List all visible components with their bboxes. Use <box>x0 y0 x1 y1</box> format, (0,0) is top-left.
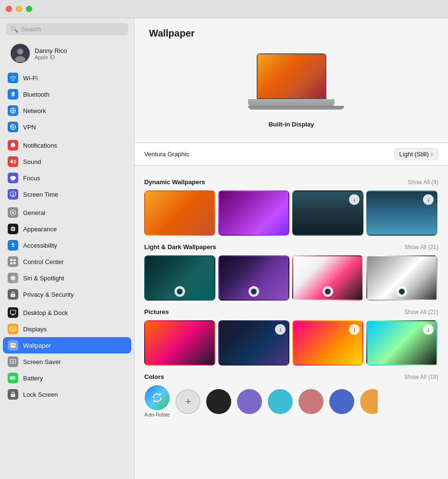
color-item-0[interactable] <box>206 389 231 414</box>
ld-grid: 🌑 🌑 🌑 🌑 <box>144 255 438 301</box>
sidebar-item-sound[interactable]: Sound <box>3 153 131 170</box>
sidebar-item-screentime[interactable]: Screen Time <box>3 186 131 202</box>
color-circle-purple[interactable] <box>237 389 262 414</box>
dl-badge-p2: ↓ <box>275 324 286 335</box>
sidebar-item-controlcenter[interactable]: Control Center <box>3 253 131 270</box>
sidebar-item-displays[interactable]: Displays <box>3 321 131 337</box>
laptop-screen <box>257 53 326 99</box>
svg-point-19 <box>12 328 14 330</box>
color-item-4[interactable] <box>329 389 354 414</box>
lockscreen-icon <box>8 389 18 400</box>
sidebar-item-privacy[interactable]: Privacy & Security <box>3 286 131 303</box>
ld-thumb-1[interactable]: 🌑 <box>144 255 215 301</box>
dynamic-thumb-1[interactable] <box>144 190 215 236</box>
add-color-item[interactable]: + <box>175 389 200 414</box>
pictures-thumb-3[interactable]: ↓ <box>292 320 363 366</box>
auto-rotate-item[interactable]: Auto-Rotate <box>144 385 170 417</box>
sidebar-item-label-siri: Siri & Spotlight <box>23 275 64 282</box>
dynamic-grid: ↓ ↓ <box>144 190 438 236</box>
ld-thumb-2[interactable]: 🌑 <box>218 255 289 301</box>
pictures-thumb-2[interactable]: ↓ <box>218 320 289 366</box>
mode-badge-3: 🌑 <box>323 286 333 297</box>
search-bar[interactable]: 🔍 <box>6 23 128 35</box>
user-profile[interactable]: Danny Rico Apple ID <box>3 39 131 68</box>
search-input[interactable] <box>21 25 124 33</box>
colors-title: Colors <box>144 373 164 380</box>
add-color-button[interactable]: + <box>175 389 200 414</box>
siri-icon <box>8 273 18 283</box>
sidebar-item-battery[interactable]: Battery <box>3 370 131 386</box>
page-title: Wallpaper <box>149 28 434 39</box>
controlcenter-icon <box>8 256 18 267</box>
notifications-icon <box>8 140 18 151</box>
dynamic-show-all[interactable]: Show All (9) <box>408 179 438 186</box>
sidebar-item-label-general: General <box>23 209 45 216</box>
display-preview: Built-in Display <box>135 44 448 142</box>
sidebar-item-notifications[interactable]: Notifications <box>3 137 131 153</box>
pictures-show-all[interactable]: Show All (21) <box>404 309 438 315</box>
ld-thumb-4[interactable]: 🌑 <box>366 255 437 301</box>
network-icon <box>8 105 18 116</box>
colors-show-all[interactable]: Show All (19) <box>404 374 438 380</box>
sidebar-item-label-privacy: Privacy & Security <box>23 291 74 298</box>
sidebar-item-label-notifications: Notifications <box>23 142 57 149</box>
appearance-icon <box>8 224 18 234</box>
pictures-thumb-4[interactable]: ↓ <box>366 320 437 366</box>
pictures-grid: ↓ ↓ ↓ <box>144 320 438 366</box>
selector-bar: Ventura Graphic Light (Still) ↕ <box>135 143 448 165</box>
ld-thumb-3[interactable]: 🌑 <box>292 255 363 301</box>
dynamic-thumb-2[interactable] <box>218 190 289 236</box>
sidebar-item-label-vpn: VPN <box>23 124 36 131</box>
svg-point-16 <box>12 295 13 296</box>
pictures-thumb-1[interactable] <box>144 320 215 366</box>
color-item-2[interactable] <box>268 389 293 414</box>
sidebar-item-focus[interactable]: Focus <box>3 170 131 186</box>
dynamic-thumb-4[interactable]: ↓ <box>366 190 437 236</box>
color-circle-black[interactable] <box>206 389 231 414</box>
sidebar: 🔍 Danny Rico Apple ID <box>0 18 135 479</box>
sidebar-item-label-focus: Focus <box>23 175 40 182</box>
sidebar-item-lockscreen[interactable]: Lock Screen <box>3 386 131 403</box>
sidebar-item-appearance[interactable]: Appearance <box>3 221 131 237</box>
colors-section-header: Colors Show All (19) <box>144 373 438 380</box>
user-info: Danny Rico Apple ID <box>35 47 67 60</box>
app-window: 🔍 Danny Rico Apple ID <box>0 18 448 479</box>
sidebar-item-wallpaper[interactable]: Wallpaper <box>3 337 131 353</box>
mode-label: Light (Still) <box>399 151 429 158</box>
sidebar-item-accessibility[interactable]: Accessibility <box>3 237 131 253</box>
maximize-button[interactable] <box>26 6 32 12</box>
auto-rotate-label: Auto-Rotate <box>144 412 170 417</box>
desktop-icon <box>8 307 18 318</box>
sidebar-item-siri[interactable]: Siri & Spotlight <box>3 270 131 286</box>
sidebar-item-vpn[interactable]: VPN <box>3 119 131 135</box>
svg-point-1 <box>17 49 24 55</box>
sidebar-item-network[interactable]: Network <box>3 102 131 119</box>
dropdown-chevron-icon: ↕ <box>431 151 433 157</box>
sidebar-item-screensaver[interactable]: Screen Saver <box>3 353 131 370</box>
ld-show-all[interactable]: Show All (21) <box>404 244 438 251</box>
wallpaper-icon <box>8 340 18 351</box>
color-circle-rose[interactable] <box>299 389 324 414</box>
color-item-1[interactable] <box>237 389 262 414</box>
sidebar-section-system1: Notifications Sound Fo <box>0 137 134 202</box>
laptop-bottom <box>248 106 344 110</box>
color-circle-blue[interactable] <box>329 389 354 414</box>
color-circle-partial[interactable] <box>360 389 385 414</box>
sidebar-item-desktop[interactable]: Desktop & Dock <box>3 304 131 321</box>
minimize-button[interactable] <box>16 6 22 12</box>
color-item-3[interactable] <box>299 389 324 414</box>
mode-dropdown[interactable]: Light (Still) ↕ <box>394 148 438 160</box>
sidebar-item-wifi[interactable]: Wi-Fi <box>3 70 131 86</box>
sidebar-item-general[interactable]: General <box>3 204 131 221</box>
close-button[interactable] <box>6 6 12 12</box>
dl-badge-p4: ↓ <box>423 324 434 335</box>
battery-icon <box>8 373 18 383</box>
displays-icon <box>8 324 18 334</box>
color-item-partial[interactable] <box>360 389 385 414</box>
sidebar-item-label-lockscreen: Lock Screen <box>23 391 58 398</box>
color-circle-cyan[interactable] <box>268 389 293 414</box>
dynamic-thumb-3[interactable]: ↓ <box>292 190 363 236</box>
svg-rect-22 <box>11 360 16 364</box>
sidebar-item-bluetooth[interactable]: Bluetooth <box>3 86 131 102</box>
svg-rect-24 <box>11 377 13 379</box>
